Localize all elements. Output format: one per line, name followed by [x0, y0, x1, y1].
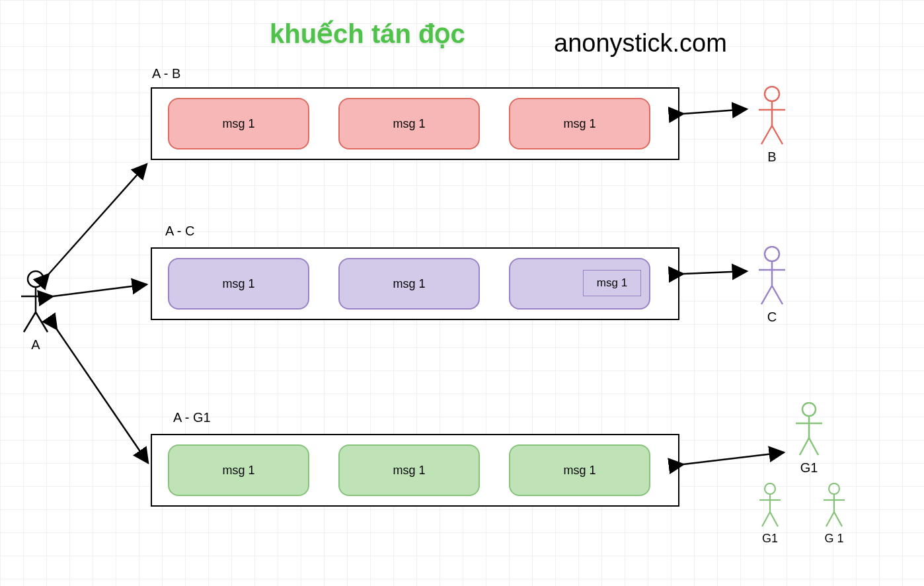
actor-b: B	[752, 86, 792, 165]
msg-text: msg 1	[222, 277, 254, 291]
svg-line-24	[770, 512, 778, 526]
svg-line-19	[809, 438, 818, 455]
person-icon	[755, 246, 789, 307]
person-icon	[820, 483, 848, 529]
msg-box: msg 1	[168, 258, 309, 310]
person-icon	[756, 483, 784, 529]
svg-line-23	[762, 512, 770, 526]
svg-line-14	[772, 286, 783, 304]
svg-line-28	[826, 512, 834, 526]
svg-line-13	[761, 286, 772, 304]
row-label-ag1: A - G1	[173, 410, 211, 425]
svg-line-18	[800, 438, 809, 455]
msg-text: msg 1	[222, 117, 254, 131]
msg-text: msg 1	[222, 464, 254, 478]
row-label-ab: A - B	[152, 66, 180, 81]
actor-label: B	[752, 149, 792, 165]
actor-g1: G1	[789, 402, 829, 476]
msg-text: msg 1	[393, 117, 425, 131]
msg-box: msg 1	[168, 444, 309, 496]
queue-ac: msg 1 msg 1 msg 1	[151, 247, 679, 320]
svg-line-9	[772, 126, 783, 144]
row-label-ac: A - C	[165, 224, 194, 239]
msg-text: msg 1	[393, 277, 425, 291]
actor-label: C	[752, 310, 792, 325]
msg-box: msg 1	[338, 444, 480, 496]
actor-label: G1	[789, 460, 829, 476]
svg-point-10	[765, 247, 779, 261]
actor-a: A	[16, 270, 56, 353]
msg-box: msg 1	[338, 98, 480, 149]
queue-ag1: msg 1 msg 1 msg 1	[151, 434, 679, 507]
actor-g1-small-1: G1	[753, 483, 787, 546]
actor-c: C	[752, 246, 792, 325]
svg-line-3	[24, 312, 36, 332]
svg-point-25	[829, 483, 839, 494]
msg-box: msg 1	[509, 258, 650, 310]
svg-line-29	[834, 512, 842, 526]
msg-box: msg 1	[338, 258, 480, 310]
person-icon	[792, 402, 826, 458]
actor-label: G 1	[816, 532, 853, 546]
actor-label: A	[16, 337, 56, 353]
nested-msg-box: msg 1	[583, 270, 641, 296]
person-icon	[755, 86, 789, 147]
svg-point-20	[765, 483, 775, 494]
svg-line-4	[36, 312, 48, 332]
msg-text: msg 1	[393, 464, 425, 478]
svg-point-0	[28, 271, 44, 287]
person-icon	[17, 270, 54, 335]
actor-label: G1	[753, 532, 787, 546]
diagram-title: khuếch tán đọc	[270, 19, 465, 49]
watermark-text: anonystick.com	[554, 29, 727, 58]
actor-g1-small-2: G 1	[816, 483, 853, 546]
svg-point-5	[765, 87, 779, 101]
msg-text: msg 1	[563, 464, 596, 478]
msg-box: msg 1	[168, 98, 309, 149]
msg-box: msg 1	[509, 444, 650, 496]
svg-line-8	[761, 126, 772, 144]
msg-text: msg 1	[563, 117, 596, 131]
nested-msg-text: msg 1	[597, 276, 627, 290]
msg-box: msg 1	[509, 98, 650, 149]
svg-point-15	[802, 403, 816, 416]
queue-ab: msg 1 msg 1 msg 1	[151, 87, 679, 160]
